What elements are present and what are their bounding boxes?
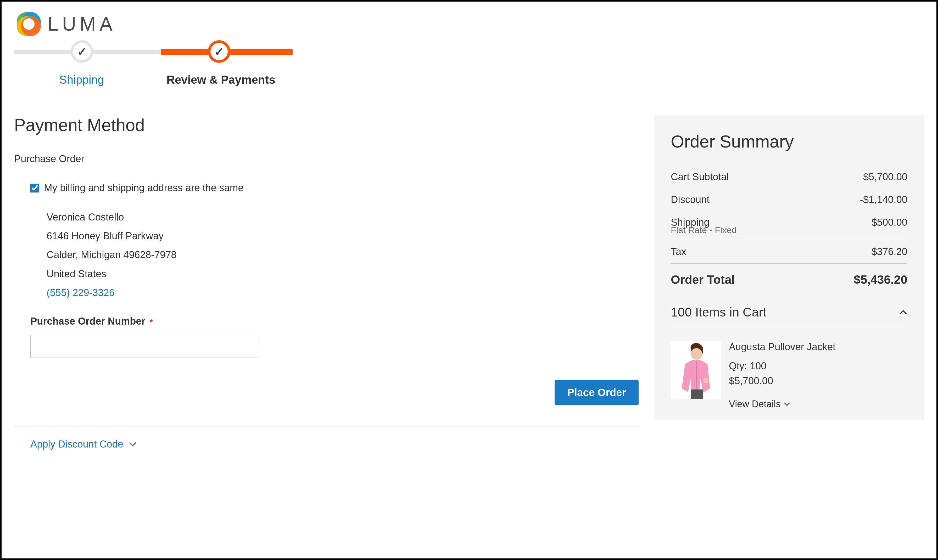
cart-items-toggle[interactable]: 100 Items in Cart — [671, 295, 907, 327]
discount-value: -$1,140.00 — [860, 194, 907, 205]
chevron-up-icon — [899, 310, 907, 315]
cart-item-price: $5,700.00 — [729, 375, 836, 386]
tax-label: Tax — [671, 246, 686, 257]
apply-discount-label: Apply Discount Code — [30, 438, 123, 450]
addr-city: Calder, Michigan 49628-7978 — [46, 245, 639, 264]
required-star: * — [150, 317, 153, 326]
cart-item-thumbnail — [671, 342, 721, 399]
total-value: $5,436.20 — [854, 272, 907, 287]
brand-name: LUMA — [48, 13, 116, 35]
total-label: Order Total — [671, 272, 735, 287]
luma-logo-icon — [14, 9, 43, 38]
subtotal-label: Cart Subtotal — [671, 171, 729, 183]
step-review-node[interactable]: ✓ — [208, 40, 230, 63]
payment-method-selected: Purchase Order — [14, 153, 639, 165]
svg-point-4 — [23, 18, 35, 30]
step-shipping-label[interactable]: Shipping — [14, 73, 149, 86]
check-icon: ✓ — [214, 45, 224, 58]
discount-label: Discount — [671, 194, 710, 205]
addr-name: Veronica Costello — [46, 208, 639, 226]
cart-item-view-details[interactable]: View Details — [729, 398, 836, 409]
billing-same-checkbox[interactable] — [30, 184, 39, 192]
billing-address-block: Veronica Costello 6146 Honey Bluff Parkw… — [46, 208, 639, 302]
divider — [14, 427, 639, 427]
shipping-value: $500.00 — [872, 217, 907, 228]
checkout-progress: ✓ ✓ Shipping Review & Payments — [14, 49, 924, 86]
svg-rect-9 — [691, 389, 703, 399]
addr-country: United States — [46, 265, 639, 283]
step-review-label: Review & Payments — [149, 73, 293, 86]
billing-same-label: My billing and shipping address are the … — [44, 182, 244, 194]
svg-point-8 — [703, 378, 709, 383]
brand-header: LUMA — [14, 9, 924, 38]
subtotal-value: $5,700.00 — [863, 171, 907, 183]
payment-method-title: Payment Method — [14, 115, 639, 135]
place-order-button[interactable]: Place Order — [554, 380, 639, 405]
cart-item: Augusta Pullover Jacket Qty: 100 $5,700.… — [671, 342, 907, 409]
step-shipping-node[interactable]: ✓ — [71, 40, 93, 63]
svg-point-6 — [691, 348, 702, 360]
po-number-label: Purchase Order Number * — [30, 316, 639, 327]
check-icon: ✓ — [77, 45, 87, 58]
addr-phone[interactable]: (555) 229-3326 — [46, 283, 639, 302]
order-summary-panel: Order Summary Cart Subtotal $5,700.00 Di… — [654, 115, 924, 420]
cart-item-name: Augusta Pullover Jacket — [729, 342, 836, 352]
apply-discount-toggle[interactable]: Apply Discount Code — [30, 438, 639, 450]
po-number-input[interactable] — [30, 335, 258, 358]
chevron-down-icon — [128, 442, 137, 447]
addr-street: 6146 Honey Bluff Parkway — [46, 226, 639, 245]
order-summary-title: Order Summary — [671, 132, 907, 151]
cart-item-qty: Qty: 100 — [729, 360, 836, 372]
cart-items-count: 100 Items in Cart — [671, 305, 766, 319]
tax-value: $376.20 — [872, 246, 907, 257]
chevron-down-icon — [784, 402, 790, 406]
